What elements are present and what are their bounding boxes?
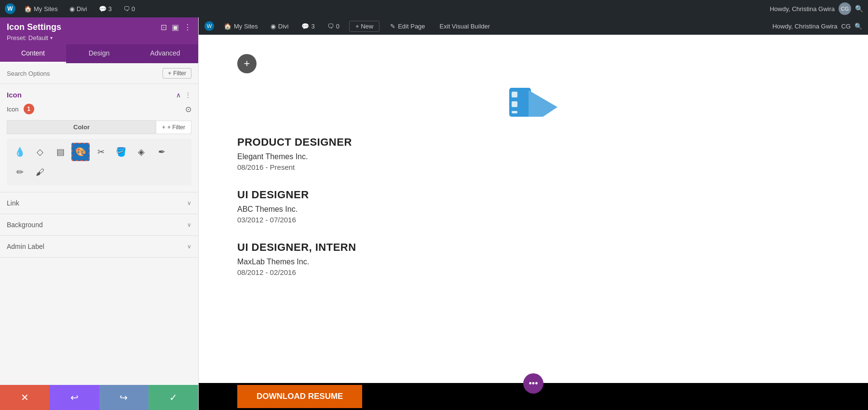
job-product-designer: PRODUCT DESIGNER Elegant Themes Inc. 08/…	[237, 136, 829, 171]
icon-section-menu-icon[interactable]: ⋮	[185, 91, 191, 99]
undo-button[interactable]: ↩	[50, 385, 99, 410]
search-bar: + Filter	[0, 63, 198, 84]
panel-split-icon[interactable]: ▣	[172, 23, 179, 32]
job-company-abc: ABC Themes Inc.	[237, 205, 829, 214]
icon-pen[interactable]: ✒	[152, 143, 171, 161]
toolbar-comment-zero[interactable]: 🗨 0	[325, 22, 342, 31]
color-filter-row: Color + + Filter	[7, 120, 191, 134]
toolbar-avatar[interactable]: CG	[841, 23, 851, 30]
icon-filter-button[interactable]: + + Filter	[156, 121, 191, 134]
toolbar-wp-logo[interactable]: W	[204, 21, 214, 31]
wp-logo-icon[interactable]: W	[5, 3, 15, 14]
job-dates-abc: 03/2012 - 07/2016	[237, 216, 829, 224]
my-sites-icon: 🏠	[24, 5, 32, 13]
edit-page-label: Edit Page	[398, 23, 425, 30]
icon-grid-cell[interactable]: ▤	[51, 143, 69, 161]
divi-label: Divi	[77, 5, 87, 13]
redo-icon: ↪	[120, 392, 128, 403]
job-dates-maxlab: 08/2012 - 02/2016	[237, 268, 829, 276]
add-module-button[interactable]: +	[237, 54, 257, 73]
page-content: + PRODUCT DESIGNER Elegant Themes Inc. 0…	[199, 35, 868, 383]
panel-menu-icon[interactable]: ⋮	[184, 23, 191, 32]
icon-diamond[interactable]: ◇	[31, 143, 49, 161]
comments-menu[interactable]: 💬 3	[96, 4, 115, 14]
howdy-text: Howdy, Christina Gwira	[770, 5, 835, 13]
icon-section-title: Icon	[7, 91, 22, 99]
divi-icon: ◉	[69, 5, 75, 13]
toolbar-comment-zero-icon: 🗨	[327, 23, 334, 30]
icon-scissors[interactable]: ✂	[92, 143, 110, 161]
tab-content[interactable]: Content	[0, 44, 66, 63]
new-button[interactable]: + New	[349, 21, 380, 32]
icon-fill[interactable]: ◈	[132, 143, 150, 161]
my-sites-label: My Sites	[34, 5, 58, 13]
toolbar-search-icon[interactable]: 🔍	[854, 23, 862, 30]
toolbar-my-sites[interactable]: 🏠 My Sites	[221, 22, 261, 31]
icon-pencil[interactable]: ✏	[11, 163, 29, 181]
icon-section-collapse-icon[interactable]: ∧	[176, 91, 181, 99]
link-section[interactable]: Link ∨	[0, 192, 198, 214]
comment-zero-icon: 🗨	[123, 5, 130, 13]
toolbar-my-sites-label: My Sites	[234, 23, 258, 30]
comment-zero-menu[interactable]: 🗨 0	[121, 4, 138, 14]
add-module-icon: +	[244, 57, 250, 70]
svg-marker-4	[529, 90, 557, 117]
floating-menu-button[interactable]: •••	[523, 373, 543, 394]
icon-pick-row: Icon 1 ⊙	[7, 104, 191, 114]
icon-water-drop[interactable]: 💧	[11, 143, 29, 161]
product-designer-icon	[509, 83, 557, 122]
icon-paintbrush[interactable]: 🖌	[31, 163, 49, 181]
my-sites-menu[interactable]: 🏠 My Sites	[21, 4, 61, 14]
admin-bar-right: Howdy, Christina Gwira CG 🔍	[770, 2, 863, 15]
new-button-label: + New	[355, 23, 373, 30]
confirm-icon: ✓	[169, 392, 177, 403]
panel-header-icons: ⊡ ▣ ⋮	[161, 23, 191, 32]
icon-palette-selected[interactable]: 🎨	[71, 143, 90, 161]
toolbar-home-icon: 🏠	[224, 23, 231, 30]
admin-search-icon[interactable]: 🔍	[855, 5, 863, 13]
icon-bucket[interactable]: 🪣	[112, 143, 130, 161]
comments-count: 3	[108, 5, 112, 13]
comments-icon: 💬	[99, 5, 107, 13]
cancel-button[interactable]: ✕	[0, 385, 50, 410]
color-tab[interactable]: Color	[7, 120, 156, 134]
icon-section: Icon ∧ ⋮ Icon 1 ⊙ Color + + Filter	[0, 84, 198, 192]
redo-button[interactable]: ↪	[99, 385, 149, 410]
svg-rect-2	[512, 101, 517, 107]
svg-rect-3	[512, 111, 517, 113]
toolbar-comments-count: 3	[312, 23, 315, 30]
toolbar-comments-icon: 💬	[301, 23, 309, 30]
panel-header: Icon Settings ⊡ ▣ ⋮ Preset: Default ▾	[0, 17, 198, 44]
job-title-product-designer: PRODUCT DESIGNER	[237, 136, 829, 149]
left-panel: Icon Settings ⊡ ▣ ⋮ Preset: Default ▾ Co…	[0, 17, 199, 410]
howdy-label: Howdy, Christina Gwira	[773, 23, 838, 30]
edit-page-icon: ✎	[390, 23, 395, 30]
preset-label: Preset: Default	[7, 34, 48, 41]
icon-target-picker[interactable]: ⊙	[185, 105, 191, 114]
tab-design[interactable]: Design	[66, 44, 132, 63]
divi-menu[interactable]: ◉ Divi	[67, 4, 90, 14]
edit-page-button[interactable]: ✎ Edit Page	[386, 22, 429, 31]
toolbar-comments[interactable]: 💬 3	[298, 22, 318, 31]
admin-label-chevron-icon: ∨	[187, 243, 191, 250]
page-icon-area	[237, 83, 829, 122]
preset-chevron-icon: ▾	[50, 35, 53, 41]
toolbar-divi[interactable]: ◉ Divi	[268, 22, 292, 31]
wp-admin-bar: W 🏠 My Sites ◉ Divi 💬 3 🗨 0 Howdy, Chris…	[0, 0, 868, 17]
filter-sub-label: + Filter	[167, 124, 185, 131]
panel-focus-icon[interactable]: ⊡	[161, 23, 167, 32]
right-panel: W 🏠 My Sites ◉ Divi 💬 3 🗨 0 + New ✎	[199, 17, 868, 410]
filter-button[interactable]: + Filter	[163, 68, 191, 79]
cancel-icon: ✕	[21, 392, 29, 403]
download-resume-button[interactable]: Download Resume	[237, 385, 362, 408]
search-input[interactable]	[7, 70, 159, 77]
tab-bar: Content Design Advanced	[0, 44, 198, 63]
admin-label-section[interactable]: Admin Label ∨	[0, 236, 198, 258]
job-dates-elegant: 08/2016 - Present	[237, 163, 829, 171]
confirm-button[interactable]: ✓	[149, 385, 198, 410]
user-avatar[interactable]: CG	[839, 2, 851, 15]
tab-advanced[interactable]: Advanced	[132, 44, 198, 63]
background-section[interactable]: Background ∨	[0, 214, 198, 236]
exit-builder-button[interactable]: Exit Visual Builder	[436, 22, 494, 31]
panel-preset[interactable]: Preset: Default ▾	[7, 34, 191, 41]
